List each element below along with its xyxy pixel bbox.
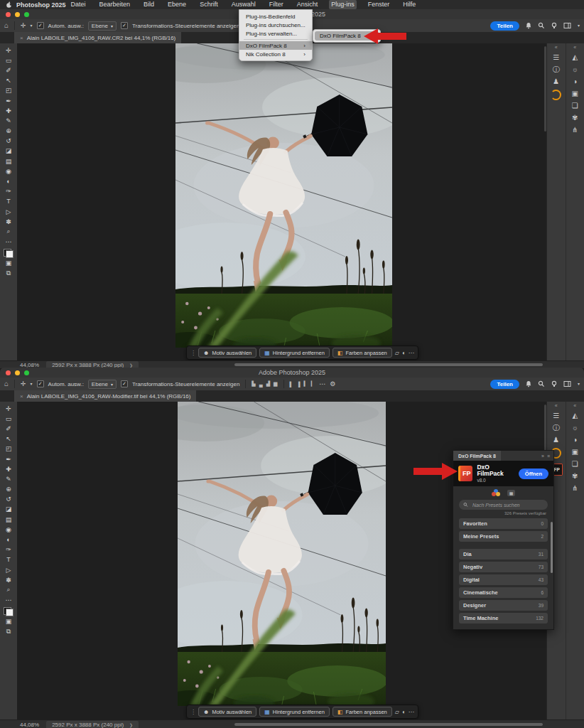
quick-mask-icon[interactable]: ▣ (2, 617, 15, 626)
tool-icon[interactable]: ⊕ (2, 485, 15, 494)
tool-icon[interactable]: ↖ (2, 434, 15, 444)
dxo-panel-tab[interactable]: DxO FilmPack 8 (453, 451, 501, 461)
panel-menu-icon[interactable]: ≡ (547, 454, 550, 459)
tool-icon[interactable]: ◰ (2, 86, 15, 95)
preset-category-row[interactable]: Meine Presets2 (459, 531, 548, 542)
auto-select-dropdown[interactable]: Ebene ▾ (88, 380, 117, 389)
grid-view-icon[interactable]: ▦ (507, 490, 515, 496)
dxo-search-field[interactable] (459, 500, 548, 510)
canvas-horizontal-scrollbar[interactable] (234, 363, 543, 366)
tool-icon[interactable]: ✛ (2, 46, 15, 55)
tool-icon[interactable]: ✑ (2, 187, 15, 196)
screen-mode-icon[interactable]: ⧉ (2, 269, 15, 278)
document-tab[interactable]: × Alain LABOILE_IMG_4106_RAW-Modifier.ti… (14, 390, 196, 402)
panel-icon[interactable]: ✾ (566, 470, 584, 482)
panel-icon[interactable]: ❏ (566, 100, 584, 112)
tool-icon[interactable]: T (2, 555, 15, 564)
preset-category-row[interactable]: Time Machine132 (459, 613, 548, 623)
tool-icon[interactable]: ◪ (2, 505, 15, 514)
menubar-item[interactable]: Bild (141, 0, 156, 9)
tool-icon[interactable]: T (2, 197, 15, 206)
tool-icon[interactable]: ↺ (2, 136, 15, 146)
panel-icon[interactable]: ♟ (547, 434, 566, 446)
menubar-item[interactable]: Hilfe (401, 0, 418, 9)
preset-search-input[interactable] (471, 502, 544, 508)
preset-category-row[interactable]: Favoriten0 (459, 518, 548, 529)
preset-category-row[interactable]: Digital43 (459, 574, 548, 585)
document-canvas[interactable]: ⋮ ☻ Motiv auswählen ▦ Hintergrund entfer… (17, 43, 547, 360)
tool-icon[interactable]: ◉ (2, 166, 15, 176)
menubar-item[interactable]: Bearbeiten (97, 0, 133, 9)
panel-icon[interactable]: ◭ (566, 51, 584, 63)
tool-icon[interactable]: ◰ (2, 444, 15, 454)
menubar-item[interactable]: Auswahl (229, 0, 258, 9)
panel-scrollbar[interactable] (551, 522, 553, 573)
panel-icon[interactable]: ◑ (566, 434, 584, 446)
panel-icon[interactable]: ☰ (547, 410, 566, 422)
search-icon[interactable] (538, 22, 545, 29)
collapse-panels-icon[interactable]: « (573, 45, 576, 51)
quick-mask-icon[interactable]: ▣ (2, 259, 15, 268)
chevron-down-icon[interactable]: ▾ (578, 382, 580, 386)
close-tab-icon[interactable]: × (20, 393, 23, 400)
menubar-item[interactable]: Schrift (198, 0, 220, 9)
preset-category-row[interactable]: Negativ73 (459, 562, 548, 572)
panel-icon[interactable]: ❏ (566, 458, 584, 470)
align-icon[interactable]: ▟ (266, 381, 270, 387)
tool-icon[interactable]: ✽ (2, 217, 15, 226)
tool-icon[interactable]: ⌕ (2, 585, 15, 594)
tool-icon[interactable]: ✚ (2, 106, 15, 115)
color-swatches[interactable] (4, 249, 13, 258)
home-icon[interactable]: ⌂ (4, 22, 9, 29)
menubar-app-name[interactable]: Photoshop 2025 (16, 1, 66, 9)
more-options-icon[interactable]: ⋯ (409, 350, 414, 356)
apple-logo-icon[interactable] (6, 1, 12, 9)
menubar-item[interactable]: Ansicht (295, 0, 320, 9)
tool-icon[interactable]: ✛ (2, 404, 15, 413)
adjustment-icon[interactable]: ◐ (402, 709, 406, 715)
color-swatches[interactable] (4, 607, 13, 616)
preset-category-row[interactable]: Designer39 (459, 600, 548, 611)
transform-controls-checkbox[interactable]: ✓ (121, 380, 128, 387)
adjust-colors-button[interactable]: ◧ Farben anpassen (332, 348, 392, 358)
tool-icon[interactable]: ↺ (2, 495, 15, 504)
search-icon[interactable] (538, 380, 545, 387)
more-options-icon[interactable]: ⋯ (319, 381, 325, 387)
adjustment-icon[interactable]: ◐ (402, 350, 406, 356)
tool-icon[interactable]: ✚ (2, 464, 15, 473)
transform-icon[interactable]: ▱ (395, 350, 399, 356)
collapse-panels-icon[interactable]: « (555, 45, 558, 51)
tool-icon[interactable]: ✒ (2, 96, 15, 105)
workspace-panels-icon[interactable] (563, 380, 572, 387)
tool-icon[interactable]: ⌕ (2, 227, 15, 236)
menubar-item[interactable]: Plug-ins (329, 0, 357, 9)
transform-controls-checkbox[interactable]: ✓ (121, 22, 128, 29)
tool-icon[interactable]: ▭ (2, 55, 15, 65)
panel-icon[interactable]: ☼ (566, 63, 584, 75)
chevron-down-icon[interactable]: ▾ (578, 23, 580, 28)
menubar-item[interactable]: Fenster (366, 0, 392, 9)
panel-icon[interactable]: ☰ (547, 51, 566, 63)
adjust-colors-button[interactable]: ◧ Farben anpassen (332, 707, 392, 717)
distribute-icon[interactable]: ▐ (296, 382, 300, 387)
share-button[interactable]: Teilen (490, 21, 519, 31)
tool-icon[interactable]: ◐ (2, 535, 15, 544)
share-button[interactable]: Teilen (490, 380, 519, 389)
transform-icon[interactable]: ▱ (395, 709, 399, 715)
panel-icon[interactable]: ⓘ (547, 63, 566, 75)
select-subject-button[interactable]: ☻ Motiv auswählen (198, 348, 256, 358)
select-subject-button[interactable]: ☻ Motiv auswählen (198, 707, 256, 717)
tool-icon[interactable]: ▭ (2, 414, 15, 423)
tool-icon[interactable]: ↖ (2, 76, 15, 85)
gear-icon[interactable]: ⚙ (330, 381, 335, 387)
auto-select-dropdown[interactable]: Ebene ▾ (88, 21, 117, 31)
align-icon[interactable]: ▄ (259, 382, 263, 387)
chevron-down-icon[interactable]: ▾ (31, 23, 33, 28)
panel-icon[interactable]: ☼ (566, 422, 584, 434)
bell-icon[interactable] (525, 380, 532, 387)
more-tools-icon[interactable]: ⋯ (2, 596, 15, 605)
tool-icon[interactable]: ◐ (2, 176, 15, 186)
tool-icon[interactable]: ◪ (2, 146, 15, 156)
panel-icon[interactable]: ♟ (547, 75, 566, 87)
distribute-icon[interactable]: ▎ (311, 381, 315, 387)
